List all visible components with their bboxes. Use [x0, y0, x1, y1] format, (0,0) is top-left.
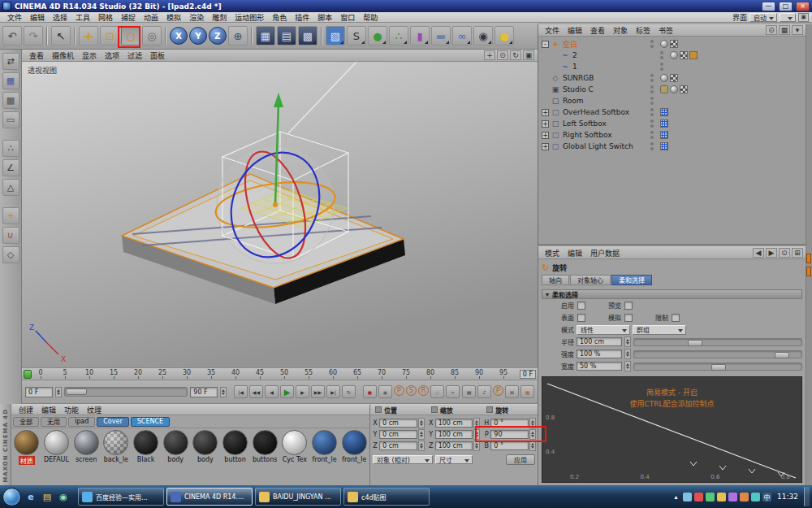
material-item[interactable]: front_le [339, 430, 369, 465]
taskbar-clock[interactable]: 11:32 [774, 493, 801, 501]
menu-item[interactable]: 插件 [291, 12, 313, 23]
rotation-field[interactable]: 90 [490, 430, 529, 439]
modeling-icon[interactable]: ∴ [389, 26, 408, 46]
material-name[interactable]: DEFAUL [44, 456, 69, 463]
expand-toggle[interactable]: + [542, 109, 549, 116]
timeline-window-icon[interactable]: ⊞ [505, 385, 519, 398]
expand-toggle[interactable]: - [542, 41, 549, 48]
om-collapse-icon[interactable]: ▾ [792, 25, 803, 35]
field-spinner[interactable] [624, 361, 631, 371]
field-spinner[interactable] [529, 429, 536, 440]
tray-icon[interactable] [751, 493, 760, 501]
workplane-snap-icon[interactable]: ◇ [2, 246, 19, 263]
soft-selection-section[interactable]: ▾柔和选择 [542, 289, 802, 299]
field-spinner[interactable] [473, 429, 480, 440]
expand-toggle[interactable]: + [542, 132, 549, 139]
material-preview-sphere[interactable] [282, 430, 307, 455]
object-tag-icon[interactable] [660, 142, 668, 150]
render-view-icon[interactable]: ▦ [256, 26, 275, 46]
object-tag-icon[interactable] [670, 40, 678, 48]
attribute-tab[interactable]: 轴向 [542, 275, 569, 285]
frame-range-slider[interactable] [64, 387, 188, 397]
tray-icon[interactable] [683, 493, 692, 501]
am-back-icon[interactable]: ◀ [753, 248, 764, 258]
menu-item[interactable]: 渲染 [185, 12, 208, 23]
field-spinner[interactable] [624, 336, 631, 347]
slider-handle[interactable] [688, 340, 702, 346]
menu-item[interactable]: 雕刻 [208, 12, 231, 23]
checkbox[interactable] [672, 314, 680, 322]
record-pla-button[interactable]: ≈ [446, 385, 460, 398]
object-row[interactable]: + □ Right Softbox [538, 129, 806, 141]
attribute-menu-item[interactable]: 用户数据 [586, 248, 624, 258]
material-preview-sphere[interactable] [253, 430, 278, 455]
menu-item[interactable]: 捕捉 [117, 12, 140, 23]
value-slider[interactable] [633, 338, 802, 346]
material-preview-sphere[interactable] [44, 430, 69, 455]
material-preview-sphere[interactable] [163, 430, 188, 455]
object-manager-menu-item[interactable]: 对象 [609, 25, 632, 36]
object-tag-icon[interactable] [670, 85, 678, 93]
perspective-viewport[interactable]: Z X 透视视图 [22, 62, 538, 367]
primitive-cube-icon[interactable]: ▧ [326, 26, 345, 46]
am-grid-icon[interactable]: ⊞ [792, 248, 803, 258]
material-item[interactable]: buttons [250, 430, 279, 465]
attribute-tab[interactable]: 对象轴心 [570, 275, 611, 285]
attribute-tab[interactable]: 柔和选择 [611, 275, 652, 285]
next-frame-button[interactable]: ▶ [296, 385, 309, 398]
snap-magnet-icon[interactable]: ∪ [2, 227, 19, 244]
record-rotation-button[interactable]: R [418, 385, 429, 396]
powerslider-icon[interactable]: P [493, 385, 503, 396]
object-tag-icon[interactable] [660, 74, 668, 82]
visibility-dots[interactable] [650, 119, 654, 128]
viewport-menu-item[interactable]: 显示 [78, 50, 101, 61]
playback-settings-icon[interactable]: ▤ [462, 385, 476, 398]
material-category-tab[interactable]: ipad [68, 417, 95, 427]
position-field[interactable]: 0 cm [379, 430, 417, 439]
record-scale-button[interactable]: S [406, 385, 417, 396]
om-search-icon[interactable]: ⊙ [766, 25, 777, 35]
visibility-dots[interactable] [660, 51, 663, 59]
menu-item[interactable]: 运动图形 [231, 12, 268, 23]
rotation-field[interactable]: 0 ° [490, 441, 529, 450]
material-name[interactable]: front_le [342, 456, 366, 463]
visibility-dots[interactable] [650, 85, 654, 93]
material-item[interactable]: body [161, 430, 190, 465]
viewport-menu-item[interactable]: 过滤 [123, 50, 146, 61]
field-spinner[interactable] [418, 429, 425, 440]
sound-toggle-icon[interactable]: ♪ [477, 385, 491, 398]
object-tag-icon[interactable] [660, 40, 668, 48]
menu-item[interactable]: 网格 [94, 12, 117, 23]
render-settings-icon[interactable]: ▩ [298, 26, 317, 46]
visibility-dots[interactable] [650, 108, 654, 116]
material-category-tab[interactable]: SCENCE [131, 417, 170, 427]
workplane-mode-icon[interactable]: ▭ [2, 111, 19, 128]
generator-icon[interactable]: ● [368, 26, 387, 46]
material-item[interactable]: button [221, 430, 250, 465]
material-name[interactable]: back_le [104, 456, 128, 463]
show-desktop-button[interactable] [804, 487, 810, 506]
render-picture-viewer-icon[interactable]: ▤ [277, 26, 296, 46]
viewport-label[interactable]: 透视视图 [28, 65, 57, 76]
live-select-icon[interactable]: ↖ [51, 26, 71, 46]
object-row[interactable]: + □ Left Softbox [538, 118, 806, 129]
object-tag-icon[interactable] [660, 85, 668, 93]
enable-axis-icon[interactable]: + [2, 207, 19, 224]
points-mode-icon[interactable]: ∴ [2, 140, 19, 157]
object-tag-icon[interactable] [670, 74, 678, 82]
viewport-menu-item[interactable]: 查看 [25, 50, 48, 61]
object-row[interactable]: ~ 2 [538, 50, 806, 61]
material-name[interactable]: Black [137, 456, 155, 463]
object-name[interactable]: 2 [572, 51, 660, 59]
object-tag-icon[interactable] [660, 108, 668, 116]
ie-quicklaunch-icon[interactable]: e [24, 489, 38, 504]
object-tag-icon[interactable] [660, 131, 668, 139]
tray-icon[interactable] [728, 493, 737, 501]
expand-toggle[interactable]: + [542, 120, 549, 128]
camera-icon[interactable]: ◉ [473, 26, 493, 46]
menu-item[interactable]: 文件 [3, 12, 26, 23]
range-end-field[interactable]: 90 F [190, 387, 218, 397]
object-manager-menu-item[interactable]: 标签 [632, 25, 654, 36]
title-bar[interactable]: CINEMA 4D R14.034 Studio (32 Bit) - [Ipa… [0, 0, 812, 12]
material-name[interactable]: 材质 [19, 456, 35, 465]
